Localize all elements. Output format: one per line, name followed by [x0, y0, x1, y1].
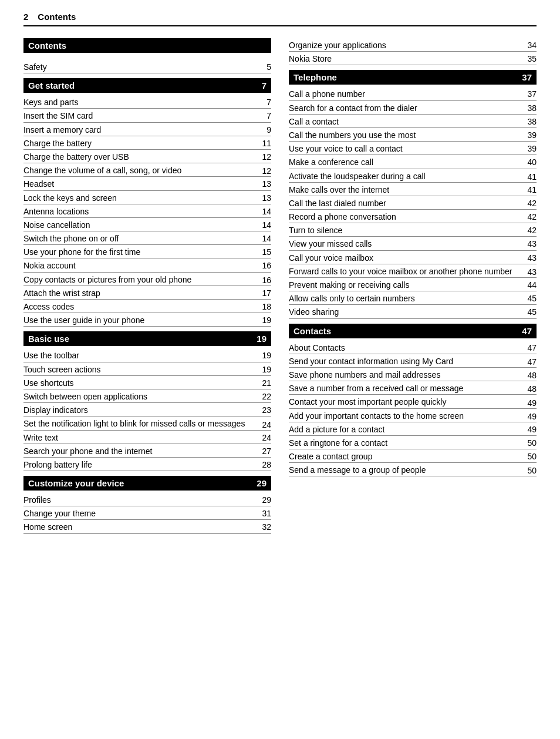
list-item: Antenna locations 14 [23, 204, 271, 218]
safety-entry: Safety 5 [23, 60, 271, 73]
get-started-page: 7 [262, 80, 266, 90]
list-item: Set the notification light to blink for … [23, 416, 271, 430]
page-number: 2 [23, 12, 28, 22]
list-item: Prolong battery life 28 [23, 458, 271, 471]
basic-use-title-bar: Basic use 19 [23, 331, 271, 346]
list-item: Access codes 18 [23, 300, 271, 313]
list-item: Video sharing 45 [289, 305, 537, 318]
customize-section: Customize your device 29 Profiles 29 Cha… [23, 476, 271, 534]
contacts-title-bar: Contacts 47 [289, 324, 537, 338]
contents-title-label: Contents [28, 41, 66, 51]
list-item: Nokia account 16 [23, 258, 271, 272]
contacts-label: Contacts [294, 326, 331, 336]
list-item: Turn to silence 42 [289, 223, 537, 237]
list-item: Search your phone and the internet 27 [23, 444, 271, 458]
list-item: Make a conference call 40 [289, 155, 537, 169]
list-item: Use shortcuts 21 [23, 376, 271, 389]
list-item: Organize your applications 34 [289, 38, 537, 52]
list-item: Charge the battery over USB 12 [23, 150, 271, 163]
get-started-title-bar: Get started 7 [23, 78, 271, 93]
left-column: Contents Safety 5 Get started 7 Keys and… [23, 38, 271, 539]
list-item: Noise cancellation 14 [23, 218, 271, 231]
list-item: Call the last dialed number 42 [289, 196, 537, 210]
list-item: Write text 24 [23, 431, 271, 444]
list-item: Insert a memory card 9 [23, 123, 271, 136]
list-item: View your missed calls 43 [289, 237, 537, 250]
list-item: About Contacts 47 [289, 341, 537, 354]
list-item: Search for a contact from the dialer 38 [289, 101, 537, 115]
list-item: Send your contact information using My C… [289, 354, 537, 368]
safety-label: Safety [23, 62, 257, 72]
customize-title-bar: Customize your device 29 [23, 476, 271, 491]
list-item: Add a picture for a contact 49 [289, 422, 537, 436]
telephone-label: Telephone [294, 72, 337, 82]
list-item: Attach the wrist strap 17 [23, 286, 271, 300]
customize-page: 29 [257, 478, 266, 488]
list-item: Forward calls to your voice mailbox or a… [289, 264, 537, 278]
safety-section: Safety 5 [23, 60, 271, 73]
list-item: Save phone numbers and mail addresses 48 [289, 368, 537, 381]
list-item: Set a ringtone for a contact 50 [289, 436, 537, 449]
list-item: Insert the SIM card 7 [23, 109, 271, 122]
list-item: Use your voice to call a contact 39 [289, 142, 537, 155]
list-item: Change your theme 31 [23, 506, 271, 520]
list-item: Keys and parts 7 [23, 95, 271, 109]
telephone-title-bar: Telephone 37 [289, 70, 537, 85]
right-column: Organize your applications 34 Nokia Stor… [289, 38, 537, 539]
list-item: Copy contacts or pictures from your old … [23, 273, 271, 286]
list-item: Use your phone for the first time 15 [23, 245, 271, 258]
list-item: Add your important contacts to the home … [289, 409, 537, 422]
page-title: Contents [38, 12, 76, 22]
apps-section: Organize your applications 34 Nokia Stor… [289, 38, 537, 65]
list-item: Headset 13 [23, 177, 271, 190]
list-item: Contact your most important people quick… [289, 395, 537, 408]
main-content: Contents Safety 5 Get started 7 Keys and… [23, 38, 537, 539]
basic-use-section: Basic use 19 Use the toolbar 19 Touch sc… [23, 331, 271, 471]
list-item: Use the toolbar 19 [23, 348, 271, 362]
list-item: Call a phone number 37 [289, 87, 537, 100]
list-item: Display indicators 23 [23, 403, 271, 416]
list-item: Nokia Store 35 [289, 52, 537, 65]
list-item: Record a phone conversation 42 [289, 210, 537, 223]
list-item: Save a number from a received call or me… [289, 381, 537, 395]
list-item: Create a contact group 50 [289, 449, 537, 463]
safety-page: 5 [257, 62, 271, 72]
basic-use-page: 19 [257, 334, 266, 344]
list-item: Charge the battery 11 [23, 136, 271, 150]
list-item: Lock the keys and screen 13 [23, 191, 271, 204]
contacts-section: Contacts 47 About Contacts 47 Send your … [289, 324, 537, 477]
list-item: Allow calls only to certain numbers 45 [289, 291, 537, 305]
list-item: Use the user guide in your phone 19 [23, 313, 271, 327]
customize-label: Customize your device [28, 478, 124, 488]
contents-title-bar: Contents [23, 38, 271, 53]
page-header: 2 Contents [23, 12, 537, 26]
list-item: Switch the phone on or off 14 [23, 231, 271, 245]
telephone-section: Telephone 37 Call a phone number 37 Sear… [289, 70, 537, 318]
list-item: Profiles 29 [23, 493, 271, 506]
contacts-page: 47 [522, 326, 532, 336]
telephone-page: 37 [522, 72, 532, 82]
list-item: Call a contact 38 [289, 115, 537, 128]
list-item: Home screen 32 [23, 520, 271, 533]
list-item: Make calls over the internet 41 [289, 183, 537, 196]
list-item: Call your voice mailbox 43 [289, 251, 537, 264]
get-started-section: Get started 7 Keys and parts 7 Insert th… [23, 78, 271, 327]
list-item: Touch screen actions 19 [23, 362, 271, 376]
list-item: Switch between open applications 22 [23, 389, 271, 403]
list-item: Change the volume of a call, song, or vi… [23, 163, 271, 177]
list-item: Send a message to a group of people 50 [289, 463, 537, 476]
list-item: Prevent making or receiving calls 44 [289, 278, 537, 291]
list-item: Call the numbers you use the most 39 [289, 128, 537, 142]
list-item: Activate the loudspeaker during a call 4… [289, 169, 537, 183]
get-started-label: Get started [28, 80, 75, 90]
basic-use-label: Basic use [28, 334, 69, 344]
